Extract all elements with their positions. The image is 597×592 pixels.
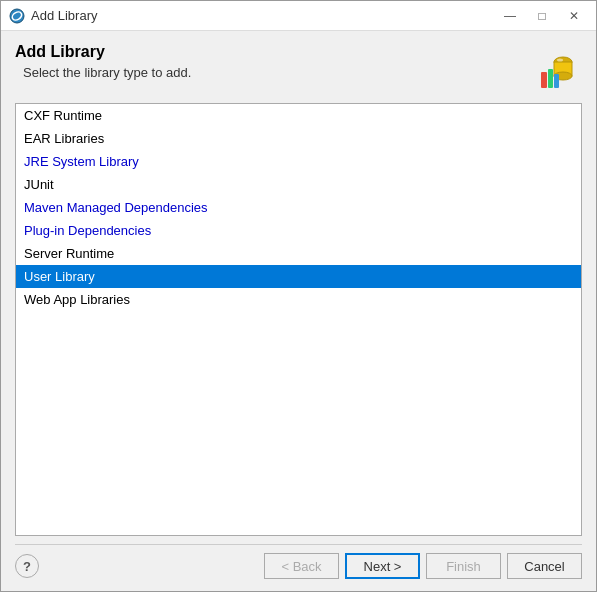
next-button[interactable]: Next >	[345, 553, 420, 579]
maximize-button[interactable]: □	[528, 6, 556, 26]
svg-rect-5	[541, 72, 547, 88]
list-item-user-library[interactable]: User Library	[16, 265, 581, 288]
window-title: Add Library	[31, 8, 97, 23]
svg-rect-7	[554, 74, 559, 88]
main-content: Add Library Select the library type to a…	[1, 31, 596, 591]
footer-buttons: < Back Next > Finish Cancel	[264, 553, 582, 579]
close-button[interactable]: ✕	[560, 6, 588, 26]
minimize-button[interactable]: —	[496, 6, 524, 26]
list-item[interactable]: EAR Libraries	[16, 127, 581, 150]
title-bar-left: Add Library	[9, 8, 97, 24]
list-item[interactable]: Maven Managed Dependencies	[16, 196, 581, 219]
svg-rect-6	[548, 69, 553, 88]
title-bar: Add Library — □ ✕	[1, 1, 596, 31]
help-button[interactable]: ?	[15, 554, 39, 578]
page-title: Add Library	[15, 43, 191, 61]
title-controls: — □ ✕	[496, 6, 588, 26]
library-icon	[532, 43, 582, 93]
add-library-window: Add Library — □ ✕ Add Library Select the…	[0, 0, 597, 592]
library-list[interactable]: CXF Runtime EAR Libraries JRE System Lib…	[15, 103, 582, 536]
header-text: Add Library Select the library type to a…	[15, 43, 191, 80]
back-button[interactable]: < Back	[264, 553, 339, 579]
footer-left: ?	[15, 554, 39, 578]
header-section: Add Library Select the library type to a…	[15, 43, 582, 93]
list-item[interactable]: CXF Runtime	[16, 104, 581, 127]
page-subtitle: Select the library type to add.	[23, 65, 191, 80]
list-item[interactable]: Web App Libraries	[16, 288, 581, 311]
list-item[interactable]: JRE System Library	[16, 150, 581, 173]
list-item[interactable]: Plug-in Dependencies	[16, 219, 581, 242]
svg-point-8	[557, 59, 563, 62]
cancel-button[interactable]: Cancel	[507, 553, 582, 579]
list-item[interactable]: JUnit	[16, 173, 581, 196]
list-item[interactable]: Server Runtime	[16, 242, 581, 265]
footer: ? < Back Next > Finish Cancel	[15, 544, 582, 583]
app-icon	[9, 8, 25, 24]
finish-button[interactable]: Finish	[426, 553, 501, 579]
books-svg	[533, 44, 581, 92]
